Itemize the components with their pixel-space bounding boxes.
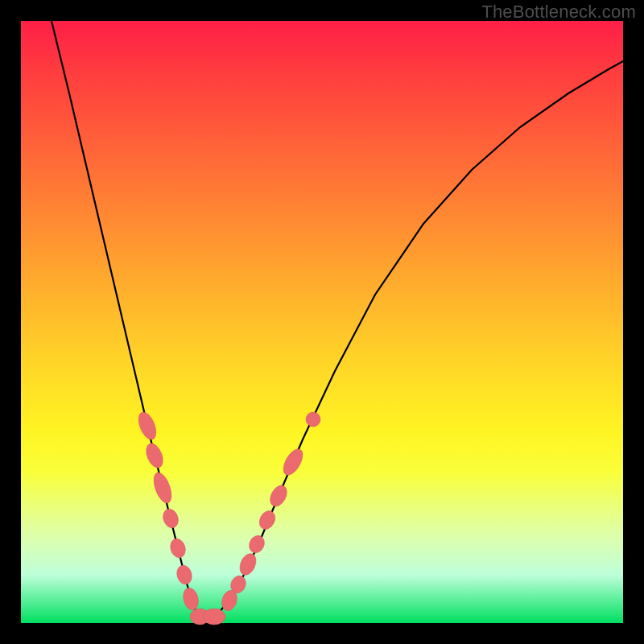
data-marker bbox=[168, 537, 188, 559]
plot-area bbox=[21, 21, 623, 623]
bottleneck-chart-svg bbox=[21, 21, 623, 623]
data-marker bbox=[266, 482, 290, 509]
data-marker bbox=[279, 446, 307, 478]
chart-frame: TheBottleneck.com bbox=[0, 0, 644, 644]
data-marker bbox=[237, 551, 259, 578]
data-marker bbox=[151, 470, 175, 506]
data-marker bbox=[181, 586, 200, 612]
data-marker bbox=[160, 507, 180, 530]
data-marker bbox=[256, 508, 278, 532]
data-marker bbox=[135, 410, 159, 442]
data-marker bbox=[143, 441, 167, 470]
data-marker bbox=[303, 410, 324, 430]
watermark-text: TheBottleneck.com bbox=[481, 2, 636, 23]
data-marker bbox=[246, 533, 267, 555]
data-marker bbox=[175, 564, 194, 586]
data-markers-group bbox=[135, 410, 323, 625]
bottleneck-curve bbox=[52, 21, 623, 618]
data-marker bbox=[203, 609, 225, 625]
